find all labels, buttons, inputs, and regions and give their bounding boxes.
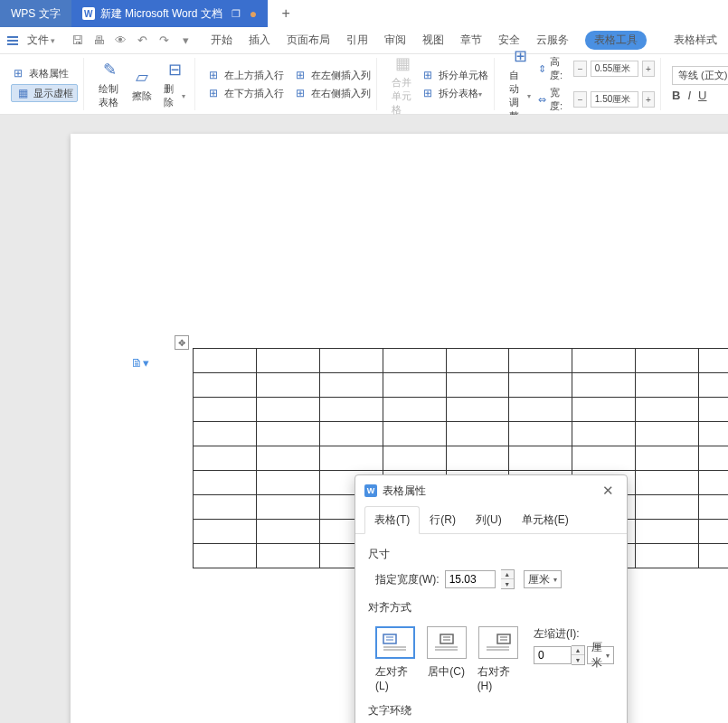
- insert-row-below-button[interactable]: ⊞在下方插入行: [206, 86, 284, 100]
- tab-column[interactable]: 列(U): [466, 506, 512, 533]
- quick-access-toolbar: 🖫 🖶 👁 ↶ ↷ ▾: [70, 33, 193, 48]
- height-minus[interactable]: −: [573, 61, 586, 77]
- spin-down-icon[interactable]: ▼: [572, 655, 584, 664]
- autofit-icon: ⊞: [509, 45, 531, 67]
- insert-left-icon: ⊞: [293, 68, 307, 82]
- spec-width-spinner[interactable]: ▲▼: [501, 569, 515, 589]
- height-value[interactable]: 0.55厘米: [591, 61, 638, 77]
- align-center-option[interactable]: 居中(C): [427, 626, 467, 680]
- width-icon: ⇔: [538, 94, 546, 106]
- word-doc-icon: W: [82, 7, 95, 20]
- spin-up-icon[interactable]: ▲: [572, 646, 584, 655]
- qat-dropdown-icon[interactable]: ▾: [178, 33, 193, 48]
- col-width-control: ⇔ 宽度: − 1.50厘米 +: [538, 86, 655, 113]
- table-props-icon: ⊞: [11, 66, 25, 80]
- spec-width-row: 指定宽度(W): ▲▼ 厘米: [375, 569, 614, 589]
- dialog-title: 表格属性: [383, 484, 426, 499]
- tab-cell[interactable]: 单元格(E): [512, 506, 579, 533]
- tab-table[interactable]: 表格(T): [364, 506, 420, 534]
- document-tab-label: 新建 Microsoft Word 文档: [100, 6, 222, 22]
- menu-table-tools[interactable]: 表格工具: [585, 31, 647, 50]
- indent-unit-combo[interactable]: 厘米: [587, 646, 614, 664]
- print-icon[interactable]: 🖶: [91, 33, 106, 48]
- tab-row[interactable]: 行(R): [420, 506, 466, 533]
- insert-row-above-button[interactable]: ⊞在上方插入行: [206, 68, 284, 82]
- save-icon[interactable]: 🖫: [70, 33, 84, 48]
- menu-review[interactable]: 审阅: [384, 33, 406, 48]
- align-right-option[interactable]: 右对齐(H): [477, 626, 519, 692]
- undo-icon[interactable]: ↶: [135, 33, 149, 48]
- eraser-button[interactable]: ▱擦除: [128, 64, 156, 105]
- eraser-icon: ▱: [131, 66, 153, 88]
- app-tab[interactable]: WPS 文字: [0, 0, 71, 27]
- ribbon-group-merge: ▦合并单元格 ⊞拆分单元格 ⊞拆分表格: [383, 58, 495, 110]
- row-height-control: ⇕ 高度: − 0.55厘米 +: [538, 55, 655, 82]
- width-minus[interactable]: −: [573, 91, 586, 108]
- indent-block: 左缩进(I): ▲▼ 厘米: [534, 626, 614, 665]
- insert-above-icon: ⊞: [206, 68, 221, 82]
- new-tab-button[interactable]: +: [268, 0, 304, 27]
- align-left-option[interactable]: 左对齐(L): [375, 626, 416, 692]
- pencil-icon: ✎: [99, 59, 120, 80]
- width-value[interactable]: 1.50厘米: [591, 91, 638, 108]
- file-menu[interactable]: 文件: [24, 31, 59, 50]
- spin-up-icon[interactable]: ▲: [501, 570, 514, 579]
- underline-button[interactable]: U: [698, 89, 706, 102]
- menu-insert[interactable]: 插入: [249, 33, 270, 48]
- show-gridlines-button[interactable]: ▦显示虚框: [11, 84, 78, 102]
- menu-section[interactable]: 章节: [460, 33, 482, 48]
- width-plus[interactable]: +: [642, 91, 655, 108]
- split-table-icon: ⊞: [421, 86, 435, 100]
- workspace: ✥ 🗎▾ W 表格属性 ✕ 表格(T) 行(R) 列(U) 单元格(E) 尺寸 …: [0, 115, 728, 723]
- document-tab[interactable]: W 新建 Microsoft Word 文档 ❐ ●: [71, 0, 269, 27]
- close-icon[interactable]: ✕: [599, 483, 618, 499]
- outline-tag[interactable]: 🗎▾: [131, 356, 149, 370]
- insert-col-left-button[interactable]: ⊞在左侧插入列: [293, 68, 371, 82]
- dialog-title-bar[interactable]: W 表格属性 ✕: [355, 475, 627, 506]
- menu-page-layout[interactable]: 页面布局: [287, 33, 330, 48]
- merge-icon: ▦: [392, 52, 413, 74]
- align-right-icon[interactable]: [478, 626, 518, 659]
- delete-button[interactable]: ⊟删除: [160, 57, 189, 111]
- window-icon: ❐: [232, 8, 241, 20]
- table-move-handle[interactable]: ✥: [175, 335, 189, 350]
- dialog-app-icon: W: [364, 484, 377, 497]
- draw-table-button[interactable]: ✎绘制表格: [95, 57, 124, 111]
- menu-view[interactable]: 视图: [422, 33, 444, 48]
- grid-icon: ▦: [15, 86, 30, 100]
- height-plus[interactable]: +: [642, 61, 655, 77]
- ribbon-group-insert: ⊞在上方插入行 ⊞在左侧插入列 ⊞在下方插入行 ⊞在右侧插入列: [201, 58, 377, 110]
- italic-button[interactable]: I: [687, 89, 691, 102]
- menu-references[interactable]: 引用: [346, 33, 368, 48]
- preview-icon[interactable]: 👁: [113, 33, 128, 48]
- menu-cloud[interactable]: 云服务: [536, 33, 569, 48]
- svg-rect-5: [440, 634, 453, 643]
- ribbon-group-props: ⊞表格属性 ▦显示虚框: [5, 58, 84, 110]
- width-unit-combo[interactable]: 厘米: [524, 570, 562, 588]
- auto-fit-button[interactable]: ⊞自动调整: [506, 43, 534, 125]
- align-center-icon[interactable]: [427, 626, 467, 659]
- menu-start[interactable]: 开始: [211, 33, 232, 48]
- dialog-tabs: 表格(T) 行(R) 列(U) 单元格(E): [355, 506, 627, 534]
- merge-cells-button[interactable]: ▦合并单元格: [388, 51, 417, 118]
- spec-width-input[interactable]: [445, 570, 496, 588]
- table-properties-button[interactable]: ⊞表格属性: [11, 66, 78, 80]
- menu-table-style[interactable]: 表格样式: [674, 33, 717, 48]
- ribbon-group-font: 等线 (正文) B I U: [667, 58, 728, 110]
- bold-button[interactable]: B: [672, 89, 680, 102]
- wrap-section-label: 文字环绕: [368, 703, 614, 718]
- svg-rect-10: [497, 634, 510, 643]
- font-selector[interactable]: 等线 (正文): [672, 66, 728, 85]
- split-cell-icon: ⊞: [421, 68, 435, 82]
- size-section-label: 尺寸: [368, 547, 614, 562]
- indent-spinner[interactable]: ▲▼: [572, 645, 585, 665]
- align-left-icon[interactable]: [375, 626, 415, 659]
- title-bar: WPS 文字 W 新建 Microsoft Word 文档 ❐ ● +: [0, 0, 728, 27]
- hamburger-icon[interactable]: [5, 34, 20, 47]
- insert-col-right-button[interactable]: ⊞在右侧插入列: [293, 86, 371, 100]
- split-table-button[interactable]: ⊞拆分表格: [421, 86, 488, 100]
- spin-down-icon[interactable]: ▼: [501, 579, 514, 588]
- split-cells-button[interactable]: ⊞拆分单元格: [421, 68, 488, 82]
- redo-icon[interactable]: ↷: [156, 33, 171, 48]
- indent-input[interactable]: [534, 646, 572, 664]
